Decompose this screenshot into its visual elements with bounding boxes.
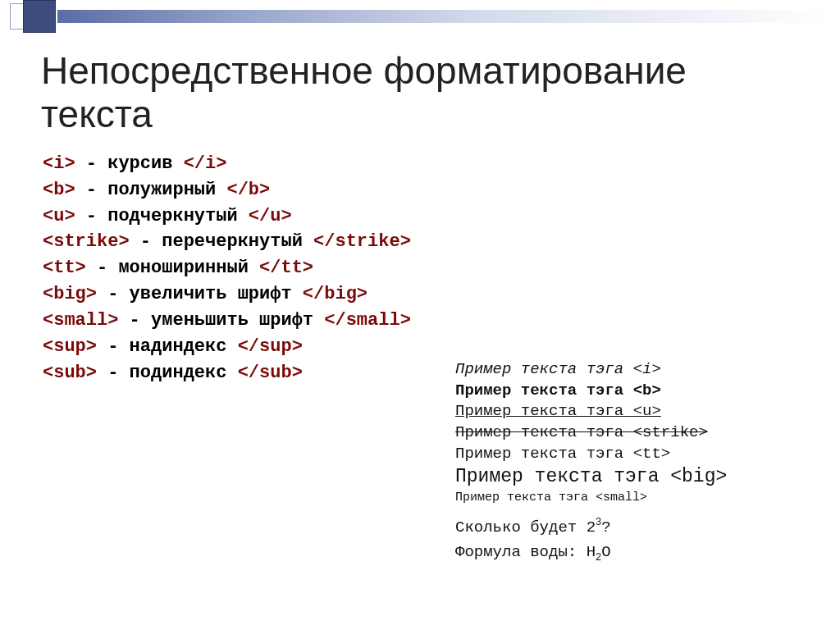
- tag-desc: - уменьшить шрифт: [118, 310, 324, 331]
- tag-desc: - полужирный: [75, 180, 227, 200]
- tag-close: </u>: [249, 206, 292, 226]
- example-i: Пример текста тэга <i>: [455, 359, 816, 381]
- tag-row-big: <big> - увеличить шрифт </big>: [43, 281, 804, 308]
- example-tt: Пример текста тэга <tt>: [455, 444, 816, 465]
- tag-open: <sup>: [43, 336, 97, 357]
- tag-open: <u>: [43, 206, 75, 226]
- tag-open: <sub>: [43, 363, 97, 383]
- sup-post: ?: [601, 518, 610, 536]
- tag-row-u: <u> - подчеркнутый </u>: [43, 203, 804, 230]
- tag-close: </tt>: [259, 258, 313, 278]
- tag-definitions: <i> - курсив </i> <b> - полужирный </b> …: [43, 151, 804, 386]
- tag-close: </sup>: [238, 336, 303, 357]
- tag-open: <i>: [43, 153, 75, 174]
- tag-open: <big>: [43, 284, 97, 304]
- tag-row-strike: <strike> - перечеркнутый </strike>: [43, 229, 804, 255]
- slide-body: Непосредственное форматирование текста <…: [41, 33, 804, 386]
- accent-square-dark: [23, 0, 56, 33]
- tag-close: </big>: [303, 284, 368, 304]
- tag-row-b: <b> - полужирный </b>: [43, 177, 804, 203]
- sub-pre: Формула воды: H: [455, 543, 596, 561]
- tag-desc: - надиндекс: [97, 336, 238, 357]
- tag-open: <b>: [43, 180, 75, 200]
- example-u: Пример текста тэга <u>: [455, 401, 816, 422]
- tag-close: </sub>: [238, 363, 303, 383]
- tag-open: <strike>: [43, 231, 130, 252]
- sup-pre: Сколько будет 2: [455, 518, 596, 536]
- tag-desc: - моноширинный: [86, 258, 259, 278]
- sup-value: 3: [596, 517, 601, 528]
- tag-desc: - перечеркнутый: [130, 231, 313, 252]
- example-small: Пример текста тэга <small>: [455, 490, 816, 506]
- example-b: Пример текста тэга <b>: [455, 381, 816, 402]
- sub-example: Формула воды: H2O: [455, 540, 816, 566]
- slide-title: Непосредственное форматирование текста: [41, 49, 804, 136]
- tag-desc: - увеличить шрифт: [97, 284, 303, 304]
- tag-desc: - подчеркнутый: [75, 206, 249, 226]
- tag-close: </strike>: [313, 231, 411, 252]
- sub-post: O: [601, 543, 610, 561]
- tag-desc: - подиндекс: [97, 363, 238, 383]
- sup-sub-examples: Сколько будет 23? Формула воды: H2O: [455, 515, 816, 566]
- example-strike: Пример текста тэга <strike>: [455, 422, 816, 444]
- rendered-examples: Пример текста тэга <i> Пример текста тэг…: [455, 359, 816, 566]
- gradient-bar: [57, 10, 829, 23]
- tag-desc: - курсив: [75, 153, 184, 174]
- tag-close: </small>: [324, 310, 411, 331]
- tag-open: <tt>: [43, 258, 86, 278]
- tag-row-sup: <sup> - надиндекс </sup>: [43, 334, 804, 360]
- tag-close: </b>: [226, 180, 270, 200]
- tag-close: </i>: [184, 153, 227, 174]
- tag-row-i: <i> - курсив </i>: [43, 151, 804, 177]
- tag-row-tt: <tt> - моноширинный </tt>: [43, 255, 804, 281]
- tag-open: <small>: [43, 310, 118, 331]
- sub-value: 2: [596, 552, 601, 564]
- tag-row-small: <small> - уменьшить шрифт </small>: [43, 308, 804, 334]
- slide-header-decoration: [0, 0, 840, 33]
- example-big: Пример текста тэга <big>: [455, 464, 816, 490]
- sup-example: Сколько будет 23?: [455, 515, 816, 540]
